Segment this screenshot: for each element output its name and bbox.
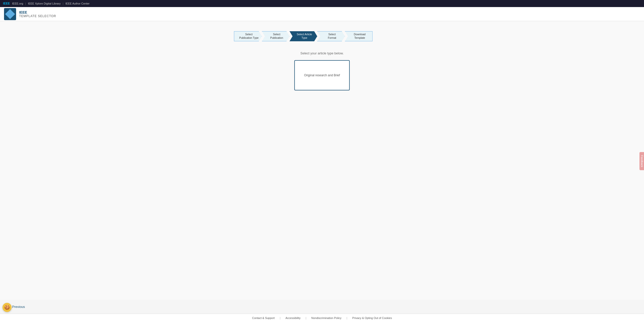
- selection-prompt: Select your article type below.: [300, 51, 344, 55]
- footer-nondiscrimination[interactable]: Nondiscrimination Policy: [311, 316, 342, 319]
- step-download-label: DownloadTemplate: [354, 33, 366, 40]
- step-download-shape: DownloadTemplate: [345, 31, 373, 41]
- logo-diamond: [5, 9, 15, 19]
- step-format-label: SelectFormat: [328, 33, 336, 40]
- feedback-label: Feedback: [640, 155, 643, 167]
- nav-sep-2: |: [63, 2, 63, 5]
- page-footer: Contact & Support | Accessibility | Nond…: [0, 314, 644, 322]
- app-title: IEEE: [19, 10, 56, 14]
- main-content: SelectPublication Type SelectPublication…: [0, 21, 644, 300]
- nav-author-center[interactable]: IEEE Author Center: [65, 2, 90, 5]
- bottom-navigation: ‹ Previous: [0, 300, 644, 314]
- nav-xplore[interactable]: IEEE Xplore Digital Library: [28, 2, 61, 5]
- ieee-logo-nav: IEEE: [3, 2, 10, 5]
- step-publication-shape: SelectPublication: [262, 31, 290, 41]
- step-article-type-label: Select ArticleType: [297, 33, 312, 40]
- previous-label: Previous: [12, 305, 25, 309]
- footer-accessibility[interactable]: Accessibility: [286, 316, 301, 319]
- footer-sep-1: |: [280, 316, 280, 319]
- step-download: DownloadTemplate: [345, 31, 373, 41]
- previous-button[interactable]: ‹ Previous: [10, 305, 25, 309]
- step-article-type: Select ArticleType: [290, 31, 317, 41]
- app-subtitle: TEMPLATE SELECTOR: [19, 14, 56, 18]
- footer-sep-3: |: [346, 316, 347, 319]
- app-header: IEEE TEMPLATE SELECTOR: [0, 7, 644, 21]
- step-pub-type: SelectPublication Type: [234, 31, 262, 41]
- app-title-block: IEEE TEMPLATE SELECTOR: [19, 10, 56, 18]
- nav-ieee-org[interactable]: IEEE.org: [12, 2, 23, 5]
- step-pub-type-shape: SelectPublication Type: [234, 31, 262, 41]
- cookie-button[interactable]: 🍪: [3, 303, 12, 312]
- nav-sep-1: |: [25, 2, 26, 5]
- step-publication: SelectPublication: [262, 31, 290, 41]
- step-format-shape: SelectFormat: [317, 31, 345, 41]
- article-card-label: Original research and Brief: [301, 70, 343, 80]
- step-format: SelectFormat: [317, 31, 345, 41]
- step-pub-type-label: SelectPublication Type: [239, 33, 259, 40]
- footer-privacy[interactable]: Privacy & Opting Out of Cookies: [352, 316, 392, 319]
- feedback-button[interactable]: Feedback: [639, 152, 644, 170]
- svg-text:IEEE: IEEE: [3, 2, 10, 5]
- step-article-type-shape: Select ArticleType: [290, 31, 317, 41]
- footer-sep-2: |: [306, 316, 306, 319]
- step-publication-label: SelectPublication: [270, 33, 283, 40]
- ieee-logo: [4, 8, 16, 20]
- cookie-icon: 🍪: [4, 305, 10, 310]
- top-navigation: IEEE IEEE.org | IEEE Xplore Digital Libr…: [0, 0, 644, 7]
- footer-contact-support[interactable]: Contact & Support: [252, 316, 275, 319]
- article-type-card[interactable]: Original research and Brief: [294, 60, 350, 90]
- progress-stepper: SelectPublication Type SelectPublication…: [234, 31, 410, 41]
